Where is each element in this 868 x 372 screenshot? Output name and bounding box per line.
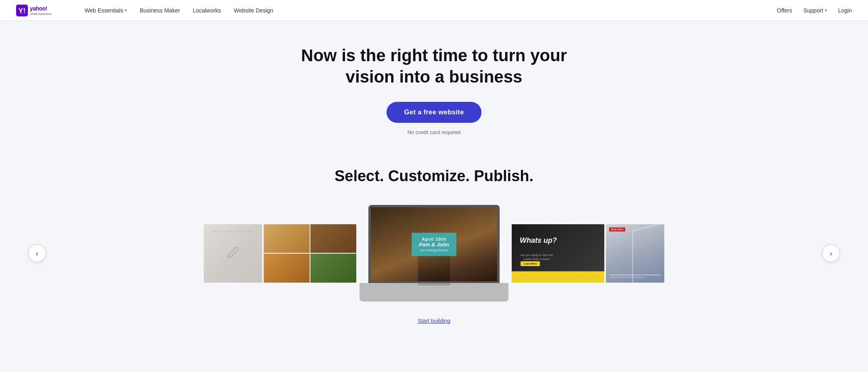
carousel-thumb-architecture: BLDG ARCH xyxy=(606,224,664,283)
wedding-card-overlay: April 10th Pam & John Get Getting Marrie… xyxy=(411,233,456,256)
laptop-notch xyxy=(418,283,450,285)
nav-offers[interactable]: Offers xyxy=(777,7,792,14)
carousel-next-button[interactable]: › xyxy=(822,244,840,262)
svg-text:Y!: Y! xyxy=(19,6,26,14)
get-free-website-button[interactable]: Get a free website xyxy=(386,102,482,123)
chevron-down-icon: ▾ xyxy=(125,8,127,12)
chevron-right-icon: › xyxy=(830,249,833,258)
carousel-thumb-whatsup: Whats up? Are you ready to meet thecoole… xyxy=(512,224,604,283)
navbar: Y! yahoo! small business Web Essentials … xyxy=(0,0,868,21)
collage-cell-3 xyxy=(264,254,310,283)
nav-localworks[interactable]: Localworks xyxy=(193,7,221,14)
nav-support[interactable]: Support ▾ xyxy=(804,7,827,14)
chevron-left-icon: ‹ xyxy=(36,249,39,258)
carousel-thumb-collage xyxy=(264,224,356,283)
hero-headline: Now is the right time to turn your visio… xyxy=(293,45,575,87)
yahoo-logo-svg: Y! yahoo! small business xyxy=(16,3,68,18)
nav-web-essentials[interactable]: Web Essentials ▾ xyxy=(85,7,127,14)
laptop-keyboard xyxy=(360,283,508,302)
nav-right: Offers Support ▾ Login xyxy=(777,7,852,14)
logo[interactable]: Y! yahoo! small business xyxy=(16,3,68,18)
laptop-screen-content: April 10th Pam & John Get Getting Marrie… xyxy=(371,207,497,281)
start-building-wrapper: Start building xyxy=(0,310,868,324)
collage-cell-4 xyxy=(310,254,356,283)
thumb-writing-text: MAKE THINGS BETTER xyxy=(210,230,256,233)
no-credit-card-text: No credit card required xyxy=(8,129,860,135)
whatsup-cta-btn: Learn More xyxy=(521,261,540,266)
nav-login[interactable]: Login xyxy=(838,7,852,14)
carousel-thumb-writing: MAKE THINGS BETTER xyxy=(204,224,262,283)
laptop-mockup: April 10th Pam & John Get Getting Marrie… xyxy=(360,205,508,302)
nav-website-design[interactable]: Website Design xyxy=(234,7,273,14)
wedding-date: April 10th xyxy=(419,237,449,242)
wedding-sub: Get Getting Married xyxy=(419,248,449,252)
hero-section: Now is the right time to turn your visio… xyxy=(0,21,868,151)
laptop-container: April 10th Pam & John Get Getting Marrie… xyxy=(360,205,508,302)
select-heading: Select. Customize. Publish. xyxy=(0,167,868,185)
whatsup-yellow-bar xyxy=(512,271,604,283)
chevron-down-icon: ▾ xyxy=(825,8,827,12)
arch-bottom-text xyxy=(609,275,661,278)
pen-icon xyxy=(227,246,240,260)
svg-text:yahoo!: yahoo! xyxy=(30,5,47,12)
carousel: ‹ MAKE THINGS BETTER xyxy=(0,201,868,306)
arch-lines xyxy=(632,224,664,283)
svg-text:small business: small business xyxy=(30,12,52,16)
nav-business-maker[interactable]: Business Maker xyxy=(140,7,180,14)
whatsup-sub-text: Are you ready to meet thecoolest team in… xyxy=(521,253,553,262)
arch-logo-badge: BLDG ARCH xyxy=(609,227,625,231)
wedding-names: Pam & John xyxy=(419,242,449,248)
carousel-prev-button[interactable]: ‹ xyxy=(28,244,46,262)
select-section: Select. Customize. Publish. ‹ MAKE THING… xyxy=(0,151,868,337)
whatsup-headline-text: Whats up? xyxy=(520,236,557,245)
laptop-screen: April 10th Pam & John Get Getting Marrie… xyxy=(368,205,500,284)
start-building-link[interactable]: Start building xyxy=(417,318,451,324)
collage-cell-1 xyxy=(264,224,310,253)
thumb-decorative-lines xyxy=(223,272,243,275)
nav-links: Web Essentials ▾ Business Maker Localwor… xyxy=(85,7,777,14)
carousel-inner: MAKE THINGS BETTER xyxy=(204,205,664,302)
collage-cell-2 xyxy=(310,224,356,253)
